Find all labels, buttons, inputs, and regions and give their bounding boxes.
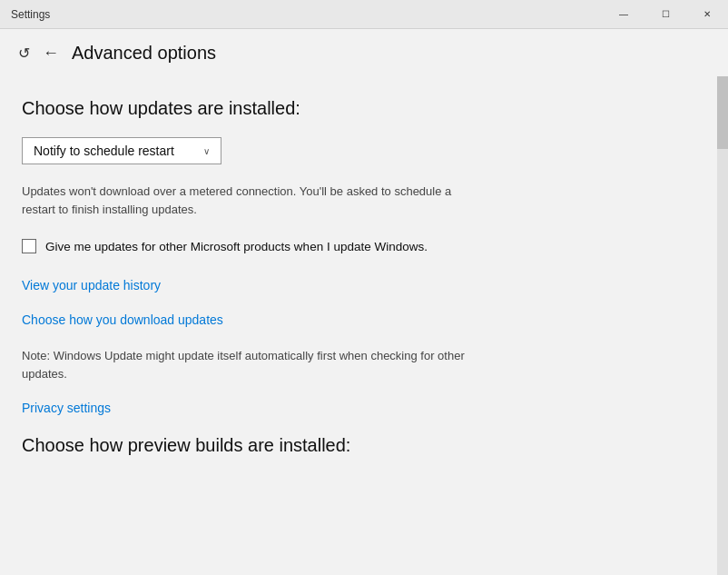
view-update-history-link[interactable]: View your update history bbox=[22, 278, 695, 292]
title-bar-controls: — ☐ ✕ bbox=[603, 0, 728, 29]
app-title: Settings bbox=[11, 8, 50, 21]
update-mode-dropdown[interactable]: Notify to schedule restart ∨ bbox=[22, 137, 221, 164]
other-products-checkbox[interactable] bbox=[22, 239, 36, 253]
title-bar-left: Settings bbox=[11, 8, 50, 21]
title-bar: Settings — ☐ ✕ bbox=[0, 0, 728, 29]
maximize-button[interactable]: ☐ bbox=[644, 0, 686, 29]
section-title-install: Choose how updates are installed: bbox=[22, 98, 695, 119]
back-button[interactable]: ← bbox=[43, 44, 59, 63]
section-title-preview-builds: Choose how preview builds are installed: bbox=[22, 435, 695, 456]
windows-update-note: Note: Windows Update might update itself… bbox=[22, 347, 476, 382]
privacy-settings-link[interactable]: Privacy settings bbox=[22, 401, 695, 415]
scrollbar-thumb[interactable] bbox=[717, 76, 728, 149]
close-button[interactable]: ✕ bbox=[686, 0, 728, 29]
scrollbar[interactable] bbox=[717, 76, 728, 575]
page-title: Advanced options bbox=[72, 43, 216, 64]
update-mode-dropdown-wrapper: Notify to schedule restart ∨ bbox=[22, 137, 695, 164]
header-bar: ↺ ← Advanced options bbox=[0, 29, 728, 76]
chevron-down-icon: ∨ bbox=[203, 146, 210, 156]
settings-window: Settings — ☐ ✕ ↺ ← Advanced options Choo… bbox=[0, 0, 728, 575]
metered-connection-description: Updates won't download over a metered co… bbox=[22, 183, 476, 218]
dropdown-value: Notify to schedule restart bbox=[34, 144, 174, 158]
refresh-icon[interactable]: ↺ bbox=[18, 45, 30, 62]
minimize-button[interactable]: — bbox=[603, 0, 644, 29]
other-products-checkbox-row: Give me updates for other Microsoft prod… bbox=[22, 238, 695, 256]
download-updates-link[interactable]: Choose how you download updates bbox=[22, 312, 695, 327]
other-products-label: Give me updates for other Microsoft prod… bbox=[45, 238, 428, 256]
content-area: Choose how updates are installed: Notify… bbox=[0, 76, 728, 575]
main-content: Choose how updates are installed: Notify… bbox=[0, 76, 717, 575]
